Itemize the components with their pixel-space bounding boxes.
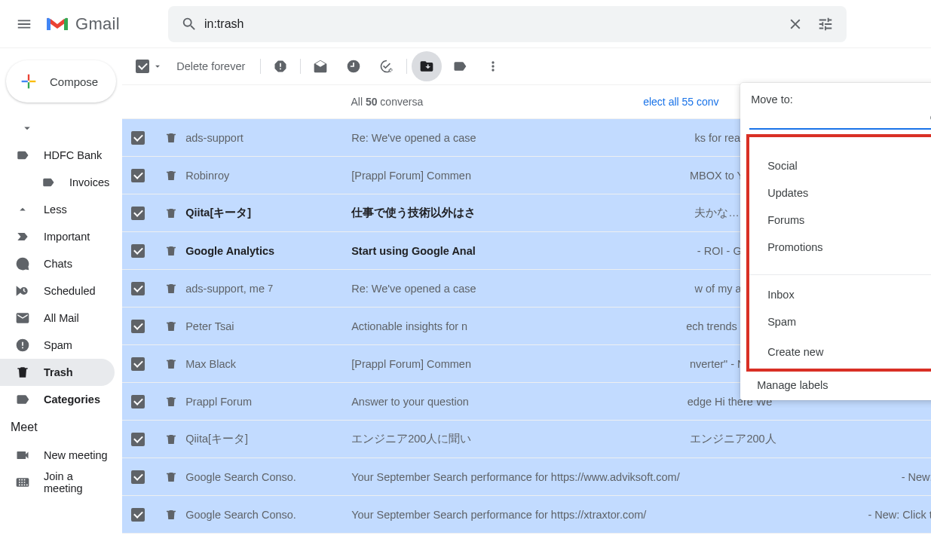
chevron-down-icon [20,121,35,136]
nav-collapse-toggle[interactable] [0,115,115,142]
label-hdfc-bank[interactable]: HDFC Bank [0,142,115,169]
row-checkbox[interactable] [131,508,145,522]
popover-search-input[interactable] [749,110,929,128]
move-option[interactable]: Inbox [749,281,931,308]
scheduled-icon [15,283,30,298]
search-icon [181,16,198,32]
nav-less[interactable]: Less [0,196,115,223]
video-icon [15,448,30,463]
move-option[interactable]: Promotions [749,234,931,261]
chat-icon [15,256,30,271]
more-button[interactable] [478,51,508,81]
task-add-icon [379,59,394,74]
gmail-logo[interactable]: Gmail [45,14,120,34]
search-container [168,6,847,42]
nav-label: New meeting [44,449,108,461]
trash-icon [164,395,178,409]
report-spam-button[interactable] [265,51,296,81]
row-checkbox[interactable] [131,244,145,258]
trash-icon [164,207,178,220]
move-option-manage-labels[interactable]: Manage labels [740,372,931,394]
trash-icon [164,470,178,484]
trash-icon [15,365,30,380]
nav-trash[interactable]: Trash [0,359,115,386]
trash-icon [164,357,178,371]
row-checkbox[interactable] [131,395,145,409]
header: Gmail [0,0,931,48]
row-subject: Your September Search performance for ht… [351,509,931,521]
add-to-tasks-button[interactable] [372,51,402,81]
meet-join-meeting[interactable]: Join a meeting [0,469,115,496]
nav-label: Spam [44,339,72,351]
row-sender: Google Analytics [185,245,344,257]
nav-label: All Mail [44,312,79,324]
row-sender: Qiita[キータ] [185,206,344,220]
move-option[interactable]: Social [749,152,931,179]
row-checkbox[interactable] [131,207,145,220]
labels-button[interactable] [445,51,475,81]
spam-icon [15,338,30,353]
nav-chats[interactable]: Chats [0,250,115,277]
move-option[interactable]: Updates [749,179,931,207]
row-checkbox[interactable] [131,433,145,446]
report-spam-icon [273,59,288,74]
meet-new-meeting[interactable]: New meeting [0,442,115,469]
select-all-link[interactable]: elect all 55 conv [643,96,718,108]
label-icon [452,59,467,74]
checkbox-checked-icon [136,60,149,73]
row-checkbox[interactable] [131,470,145,484]
row-sender: Google Search Conso. [185,471,344,483]
move-to-popover: Move to: SocialUpdatesForumsPromotions I… [740,83,931,400]
email-row[interactable]: Qiita[キータ] エンジニア200人に聞いエンジニア200人 [122,421,931,458]
search-options-button[interactable] [810,16,841,32]
row-sender: Prappl Forum [185,396,344,408]
email-row[interactable]: Google Search Conso. Your September Sear… [122,496,931,534]
row-subject: エンジニア200人に聞いエンジニア200人 [351,432,931,446]
nav-important[interactable]: Important [0,223,115,250]
trash-icon [164,508,178,522]
mail-icon [15,311,30,326]
important-icon [15,229,30,244]
main-menu-button[interactable] [6,6,42,42]
move-option[interactable]: Forums [749,207,931,234]
compose-label: Compose [50,75,98,88]
move-to-icon [419,59,434,74]
search-input[interactable] [204,17,780,31]
row-checkbox[interactable] [131,320,145,333]
search-clear-button[interactable] [780,16,810,32]
popover-search [749,110,931,130]
row-sender: ads-support, me7 [185,283,344,295]
separator [406,59,407,74]
compose-button[interactable]: Compose [6,60,116,103]
popover-highlight-box: SocialUpdatesForumsPromotions InboxSpam … [746,134,931,372]
row-sender: ads-support [185,132,344,144]
label-invoices[interactable]: Invoices [0,169,115,196]
move-option-create-new[interactable]: Create new [749,335,931,369]
nav-less-label: Less [44,203,67,216]
row-checkbox[interactable] [131,169,145,182]
nav-spam[interactable]: Spam [0,332,115,359]
clock-icon [346,59,361,74]
tune-icon [817,16,834,32]
mark-unread-button[interactable] [305,51,335,81]
move-option[interactable]: Spam [749,308,931,335]
nav-label: Join a meeting [44,470,115,494]
nav-categories[interactable]: Categories [0,386,115,413]
close-icon [787,16,804,32]
delete-forever-button[interactable]: Delete forever [166,60,256,72]
dropdown-arrow-icon[interactable] [152,61,163,72]
nav-all-mail[interactable]: All Mail [0,304,115,332]
keyboard-icon [15,475,30,490]
search-bar [168,6,847,42]
nav-scheduled[interactable]: Scheduled [0,277,115,304]
row-checkbox[interactable] [131,357,145,371]
email-row[interactable]: Google Search Conso. Your September Sear… [122,458,931,496]
nav-label: Categories [44,393,100,405]
select-all-checkbox[interactable] [136,60,163,73]
search-button[interactable] [174,16,204,32]
move-to-button[interactable] [412,51,442,81]
row-checkbox[interactable] [131,131,145,145]
row-checkbox[interactable] [131,282,145,295]
snooze-button[interactable] [338,51,369,81]
separator [260,59,261,74]
